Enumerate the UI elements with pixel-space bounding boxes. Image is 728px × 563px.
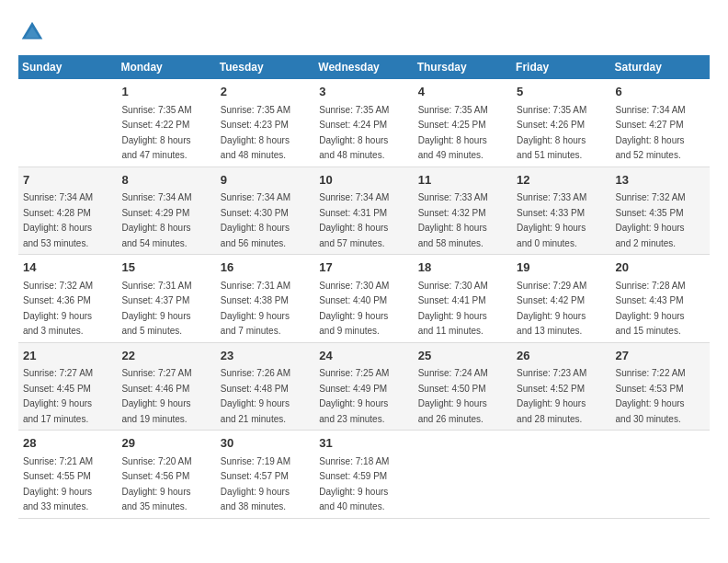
day-info: Sunrise: 7:35 AM Sunset: 4:23 PM Dayligh…: [221, 105, 290, 161]
day-info: Sunrise: 7:34 AM Sunset: 4:27 PM Dayligh…: [616, 105, 686, 161]
column-header-sunday: Sunday: [18, 55, 117, 79]
day-cell: 21Sunrise: 7:27 AM Sunset: 4:45 PM Dayli…: [18, 342, 117, 431]
day-info: Sunrise: 7:29 AM Sunset: 4:42 PM Dayligh…: [517, 281, 586, 337]
day-info: Sunrise: 7:27 AM Sunset: 4:46 PM Dayligh…: [121, 368, 191, 424]
day-number: 20: [616, 259, 705, 277]
week-row-5: 28Sunrise: 7:21 AM Sunset: 4:55 PM Dayli…: [18, 431, 710, 519]
week-row-1: 1Sunrise: 7:35 AM Sunset: 4:22 PM Daylig…: [18, 79, 710, 167]
day-info: Sunrise: 7:33 AM Sunset: 4:33 PM Dayligh…: [517, 192, 586, 248]
logo: [18, 18, 50, 46]
day-info: Sunrise: 7:30 AM Sunset: 4:40 PM Dayligh…: [319, 281, 389, 337]
day-cell: 30Sunrise: 7:19 AM Sunset: 4:57 PM Dayli…: [216, 431, 314, 519]
day-number: 15: [121, 259, 210, 277]
day-cell: [512, 431, 610, 519]
day-number: 25: [418, 347, 507, 365]
day-number: 3: [319, 83, 408, 101]
day-cell: [414, 431, 512, 519]
day-info: Sunrise: 7:35 AM Sunset: 4:22 PM Dayligh…: [121, 105, 191, 161]
day-cell: 10Sunrise: 7:34 AM Sunset: 4:31 PM Dayli…: [314, 167, 413, 255]
day-number: 26: [517, 347, 606, 365]
logo-icon: [18, 18, 46, 46]
column-header-thursday: Thursday: [414, 55, 512, 79]
day-info: Sunrise: 7:35 AM Sunset: 4:26 PM Dayligh…: [517, 105, 586, 161]
day-number: 2: [221, 83, 310, 101]
day-info: Sunrise: 7:23 AM Sunset: 4:52 PM Dayligh…: [517, 368, 586, 424]
day-info: Sunrise: 7:35 AM Sunset: 4:24 PM Dayligh…: [319, 105, 389, 161]
day-cell: 2Sunrise: 7:35 AM Sunset: 4:23 PM Daylig…: [216, 79, 314, 167]
day-number: 6: [616, 83, 705, 101]
day-cell: 7Sunrise: 7:34 AM Sunset: 4:28 PM Daylig…: [18, 167, 117, 255]
day-info: Sunrise: 7:31 AM Sunset: 4:38 PM Dayligh…: [221, 281, 290, 337]
day-info: Sunrise: 7:32 AM Sunset: 4:36 PM Dayligh…: [23, 281, 93, 337]
day-number: 23: [221, 347, 310, 365]
day-cell: 3Sunrise: 7:35 AM Sunset: 4:24 PM Daylig…: [314, 79, 413, 167]
day-info: Sunrise: 7:35 AM Sunset: 4:25 PM Dayligh…: [418, 105, 488, 161]
day-number: 4: [418, 83, 507, 101]
day-info: Sunrise: 7:31 AM Sunset: 4:37 PM Dayligh…: [121, 281, 191, 337]
day-number: 11: [418, 171, 507, 190]
day-number: 19: [517, 259, 606, 277]
day-info: Sunrise: 7:34 AM Sunset: 4:30 PM Dayligh…: [221, 192, 290, 248]
day-cell: 27Sunrise: 7:22 AM Sunset: 4:53 PM Dayli…: [611, 342, 710, 431]
day-number: 5: [517, 83, 606, 101]
day-info: Sunrise: 7:25 AM Sunset: 4:49 PM Dayligh…: [319, 368, 389, 424]
day-cell: 6Sunrise: 7:34 AM Sunset: 4:27 PM Daylig…: [611, 79, 710, 167]
day-number: 22: [121, 347, 210, 365]
column-header-friday: Friday: [512, 55, 610, 79]
day-cell: 20Sunrise: 7:28 AM Sunset: 4:43 PM Dayli…: [611, 255, 710, 343]
day-cell: 19Sunrise: 7:29 AM Sunset: 4:42 PM Dayli…: [512, 255, 610, 343]
day-cell: 31Sunrise: 7:18 AM Sunset: 4:59 PM Dayli…: [314, 431, 413, 519]
week-row-2: 7Sunrise: 7:34 AM Sunset: 4:28 PM Daylig…: [18, 167, 710, 255]
day-number: 29: [121, 434, 210, 453]
day-info: Sunrise: 7:21 AM Sunset: 4:55 PM Dayligh…: [23, 456, 93, 512]
day-info: Sunrise: 7:32 AM Sunset: 4:35 PM Dayligh…: [616, 192, 686, 248]
day-cell: [611, 431, 710, 519]
day-number: 10: [319, 171, 408, 190]
day-info: Sunrise: 7:19 AM Sunset: 4:57 PM Dayligh…: [221, 456, 290, 512]
day-number: 18: [418, 259, 507, 277]
day-cell: 1Sunrise: 7:35 AM Sunset: 4:22 PM Daylig…: [117, 79, 215, 167]
day-cell: 15Sunrise: 7:31 AM Sunset: 4:37 PM Dayli…: [117, 255, 215, 343]
calendar-table: SundayMondayTuesdayWednesdayThursdayFrid…: [18, 55, 710, 519]
day-info: Sunrise: 7:34 AM Sunset: 4:29 PM Dayligh…: [121, 192, 191, 248]
day-info: Sunrise: 7:28 AM Sunset: 4:43 PM Dayligh…: [616, 281, 686, 337]
day-cell: 9Sunrise: 7:34 AM Sunset: 4:30 PM Daylig…: [216, 167, 314, 255]
column-header-monday: Monday: [117, 55, 215, 79]
day-number: 14: [23, 259, 112, 277]
day-cell: 18Sunrise: 7:30 AM Sunset: 4:41 PM Dayli…: [414, 255, 512, 343]
day-cell: 11Sunrise: 7:33 AM Sunset: 4:32 PM Dayli…: [414, 167, 512, 255]
day-info: Sunrise: 7:33 AM Sunset: 4:32 PM Dayligh…: [418, 192, 488, 248]
day-cell: 14Sunrise: 7:32 AM Sunset: 4:36 PM Dayli…: [18, 255, 117, 343]
day-cell: 22Sunrise: 7:27 AM Sunset: 4:46 PM Dayli…: [117, 342, 215, 431]
day-info: Sunrise: 7:26 AM Sunset: 4:48 PM Dayligh…: [221, 368, 290, 424]
day-info: Sunrise: 7:18 AM Sunset: 4:59 PM Dayligh…: [319, 456, 389, 512]
day-cell: 28Sunrise: 7:21 AM Sunset: 4:55 PM Dayli…: [18, 431, 117, 519]
day-info: Sunrise: 7:22 AM Sunset: 4:53 PM Dayligh…: [616, 368, 686, 424]
day-number: 7: [23, 171, 112, 190]
day-cell: 13Sunrise: 7:32 AM Sunset: 4:35 PM Dayli…: [611, 167, 710, 255]
day-number: 31: [319, 434, 408, 453]
day-number: 30: [221, 434, 310, 453]
day-cell: [18, 79, 117, 167]
day-info: Sunrise: 7:27 AM Sunset: 4:45 PM Dayligh…: [23, 368, 93, 424]
day-number: 21: [23, 347, 112, 365]
day-number: 16: [221, 259, 310, 277]
day-info: Sunrise: 7:30 AM Sunset: 4:41 PM Dayligh…: [418, 281, 488, 337]
day-cell: 23Sunrise: 7:26 AM Sunset: 4:48 PM Dayli…: [216, 342, 314, 431]
day-info: Sunrise: 7:24 AM Sunset: 4:50 PM Dayligh…: [418, 368, 488, 424]
day-info: Sunrise: 7:34 AM Sunset: 4:31 PM Dayligh…: [319, 192, 389, 248]
day-cell: 17Sunrise: 7:30 AM Sunset: 4:40 PM Dayli…: [314, 255, 413, 343]
day-cell: 25Sunrise: 7:24 AM Sunset: 4:50 PM Dayli…: [414, 342, 512, 431]
day-cell: 5Sunrise: 7:35 AM Sunset: 4:26 PM Daylig…: [512, 79, 610, 167]
day-number: 9: [221, 171, 310, 190]
day-number: 12: [517, 171, 606, 190]
day-cell: 24Sunrise: 7:25 AM Sunset: 4:49 PM Dayli…: [314, 342, 413, 431]
day-info: Sunrise: 7:20 AM Sunset: 4:56 PM Dayligh…: [121, 456, 191, 512]
column-header-tuesday: Tuesday: [216, 55, 314, 79]
day-cell: 8Sunrise: 7:34 AM Sunset: 4:29 PM Daylig…: [117, 167, 215, 255]
column-header-wednesday: Wednesday: [314, 55, 413, 79]
day-number: 13: [616, 171, 705, 190]
day-number: 24: [319, 347, 408, 365]
day-cell: 29Sunrise: 7:20 AM Sunset: 4:56 PM Dayli…: [117, 431, 215, 519]
day-cell: 4Sunrise: 7:35 AM Sunset: 4:25 PM Daylig…: [414, 79, 512, 167]
